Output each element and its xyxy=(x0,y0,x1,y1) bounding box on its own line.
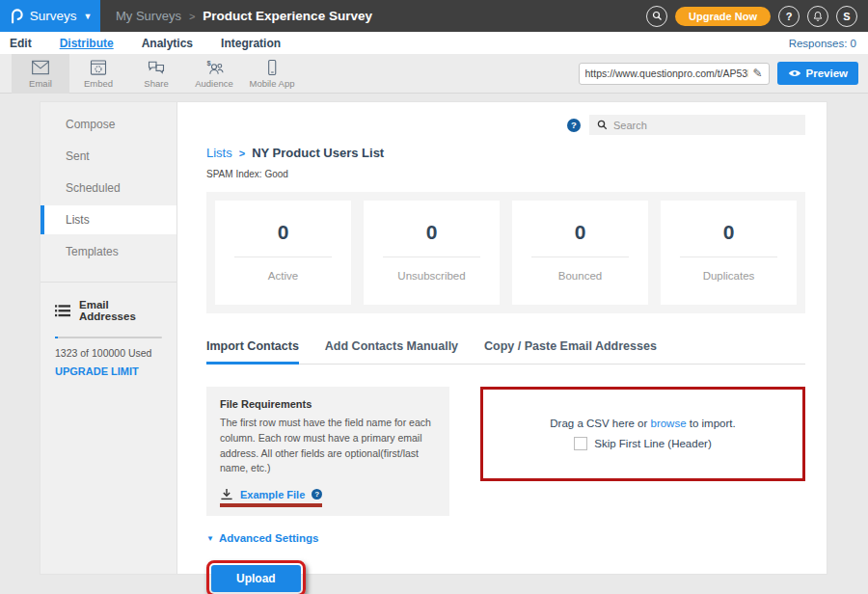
stat-value: 0 xyxy=(215,221,351,244)
browse-link[interactable]: browse xyxy=(650,418,686,429)
annotation-red-box: Upload xyxy=(206,560,306,594)
nav-item-analytics[interactable]: Analytics xyxy=(142,37,193,50)
eye-icon xyxy=(788,68,801,78)
tool-audience[interactable]: $ Audience xyxy=(185,54,243,94)
stat-card-unsubscribed: 0 Unsubscribed xyxy=(364,201,500,305)
tool-label: Mobile App xyxy=(249,78,294,89)
embed-window-icon xyxy=(89,59,108,76)
list-lines-icon xyxy=(55,305,70,317)
email-sidebar: Compose Sent Scheduled Lists Templates E… xyxy=(41,102,177,574)
upgrade-limit-link[interactable]: UPGRADE LIMIT xyxy=(55,365,139,377)
survey-url-field: ✎ xyxy=(579,63,770,85)
preview-button[interactable]: Preview xyxy=(777,62,858,85)
search-input[interactable] xyxy=(613,120,798,131)
sidebar-item-templates[interactable]: Templates xyxy=(41,237,176,266)
tool-email[interactable]: Email xyxy=(12,54,69,94)
chevron-right-icon: > xyxy=(239,148,245,159)
usage-text: 1323 of 100000 Used xyxy=(55,347,162,359)
email-addresses-header: Email Addresses xyxy=(55,299,162,322)
download-icon xyxy=(220,488,233,500)
responses-count[interactable]: Responses: 0 xyxy=(789,38,868,49)
example-file-row: Example File ? xyxy=(220,488,436,500)
email-addresses-title: Email Addresses xyxy=(79,299,162,322)
example-file-help-icon[interactable]: ? xyxy=(312,489,322,500)
breadcrumb-my-surveys[interactable]: My Surveys xyxy=(116,9,181,23)
user-avatar[interactable]: S xyxy=(836,6,857,27)
sidebar-item-sent[interactable]: Sent xyxy=(41,142,176,171)
edit-pencil-icon[interactable]: ✎ xyxy=(752,67,762,80)
spam-index-status: SPAM Index: Good xyxy=(206,169,805,179)
stat-value: 0 xyxy=(661,221,797,244)
skip-first-line-row: Skip First Line (Header) xyxy=(574,437,711,450)
tab-copy-paste-emails[interactable]: Copy / Paste Email Addresses xyxy=(484,339,657,364)
audience-people-icon: $ xyxy=(204,59,224,76)
advanced-settings-label: Advanced Settings xyxy=(219,532,319,544)
sidebar-item-scheduled[interactable]: Scheduled xyxy=(41,174,176,202)
tool-embed[interactable]: Embed xyxy=(69,54,127,94)
stat-divider xyxy=(680,256,778,257)
global-search-button[interactable] xyxy=(646,6,667,27)
preview-label: Preview xyxy=(806,68,848,79)
skip-first-line-checkbox[interactable] xyxy=(574,437,587,450)
list-breadcrumb: Lists > NY Product Users List xyxy=(206,146,805,160)
breadcrumb-separator: > xyxy=(189,11,195,22)
caret-down-icon: ▼ xyxy=(206,534,214,543)
sidebar-item-compose[interactable]: Compose xyxy=(41,110,176,139)
breadcrumb-current-list: NY Product Users List xyxy=(252,146,384,160)
stat-label: Unsubscribed xyxy=(364,270,500,282)
skip-first-line-label: Skip First Line (Header) xyxy=(594,438,711,449)
tool-label: Audience xyxy=(195,78,233,89)
stat-label: Duplicates xyxy=(661,270,797,282)
upgrade-now-button[interactable]: Upgrade Now xyxy=(675,7,771,26)
stat-value: 0 xyxy=(512,221,648,244)
contacts-tabs: Import Contacts Add Contacts Manually Co… xyxy=(206,339,805,364)
upload-button[interactable]: Upload xyxy=(211,565,301,592)
tool-label: Email xyxy=(29,78,52,89)
search-help-icon[interactable]: ? xyxy=(567,119,581,132)
survey-url-input[interactable] xyxy=(585,68,749,79)
stat-card-duplicates: 0 Duplicates xyxy=(661,201,797,305)
svg-text:$: $ xyxy=(207,59,212,68)
chevron-down-icon: ▼ xyxy=(83,12,92,21)
sidebar-item-lists[interactable]: Lists xyxy=(41,205,176,234)
tool-share[interactable]: Share xyxy=(127,54,185,94)
help-button[interactable]: ? xyxy=(778,6,800,27)
dropzone-text-after: to import. xyxy=(687,418,736,429)
import-columns: File Requirements The first row must hav… xyxy=(206,387,805,516)
example-file-link[interactable]: Example File xyxy=(240,489,305,500)
stat-label: Bounced xyxy=(512,270,648,282)
stat-value: 0 xyxy=(364,221,500,244)
tab-add-contacts-manually[interactable]: Add Contacts Manually xyxy=(325,339,458,364)
mobile-phone-icon xyxy=(262,59,282,76)
survey-nav: Edit Distribute Analytics Integration Re… xyxy=(0,32,868,54)
main-top-row: ? xyxy=(206,115,805,135)
tool-mobile-app[interactable]: Mobile App xyxy=(243,54,301,94)
stat-divider xyxy=(383,256,481,257)
product-menu-label: Surveys xyxy=(30,9,77,23)
contact-search-field xyxy=(589,115,805,135)
tab-import-contacts[interactable]: Import Contacts xyxy=(206,339,299,364)
questionpro-logo-icon xyxy=(9,8,23,24)
search-icon xyxy=(597,120,608,130)
topbar-actions: Upgrade Now ? S xyxy=(646,6,868,27)
file-requirements-box: File Requirements The first row must hav… xyxy=(206,387,449,516)
notifications-button[interactable] xyxy=(807,6,828,27)
surveys-product-menu[interactable]: Surveys ▼ xyxy=(0,0,100,32)
csv-dropzone[interactable]: Drag a CSV here or browse to import. Ski… xyxy=(480,387,805,481)
dropzone-instruction: Drag a CSV here or browse to import. xyxy=(550,418,735,429)
nav-item-integration[interactable]: Integration xyxy=(221,37,281,50)
email-envelope-icon xyxy=(31,59,50,76)
tool-label: Share xyxy=(144,78,168,89)
share-bubbles-icon xyxy=(147,59,166,76)
nav-item-edit[interactable]: Edit xyxy=(10,37,32,50)
advanced-settings-toggle[interactable]: ▼ Advanced Settings xyxy=(206,532,318,544)
annotation-red-underline xyxy=(220,503,322,507)
dropzone-text-before: Drag a CSV here or xyxy=(550,418,650,429)
topbar-breadcrumb: My Surveys > Product Experience Survey xyxy=(116,9,372,23)
nav-item-distribute[interactable]: Distribute xyxy=(60,37,114,50)
contact-stats-strip: 0 Active 0 Unsubscribed 0 Bounced 0 Dupl… xyxy=(206,192,805,313)
breadcrumb-lists-link[interactable]: Lists xyxy=(206,146,232,160)
top-bar: Surveys ▼ My Surveys > Product Experienc… xyxy=(0,0,868,32)
stat-divider xyxy=(531,256,630,257)
bell-icon xyxy=(812,11,824,22)
